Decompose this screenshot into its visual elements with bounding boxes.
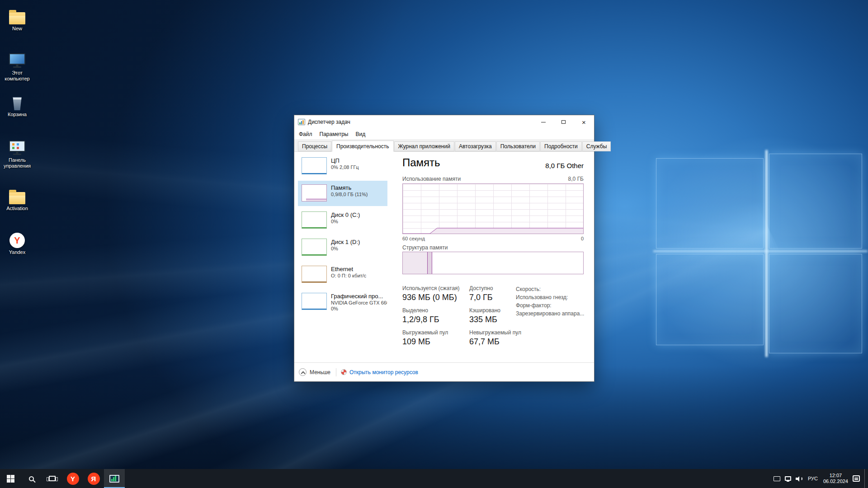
memory-usage-graph xyxy=(402,183,584,234)
memory-total: 8,0 ГБ Other xyxy=(545,162,584,169)
performance-content: ЦП 0% 2,08 ГГц Память 0,9/8,0 ГБ (11%) Д… xyxy=(294,152,594,362)
composition-segment-modified xyxy=(427,252,432,274)
available-stat: Доступно 7,0 ГБ xyxy=(469,285,516,302)
minimize-button[interactable] xyxy=(533,115,553,129)
control-panel-icon xyxy=(9,141,25,152)
yandex-icon: Y xyxy=(9,233,25,248)
network-icon[interactable] xyxy=(785,476,791,481)
graph-timespan: 60 секунд xyxy=(402,236,425,241)
windows-logo xyxy=(656,154,864,357)
cached-stat: Кэшировано 335 МБ xyxy=(469,307,516,324)
window-titlebar[interactable]: Диспетчер задач × xyxy=(294,115,594,129)
desktop-icon-label: Корзина xyxy=(8,112,27,117)
folder-icon xyxy=(9,12,25,24)
desktop-icon-label: Панель управления xyxy=(1,157,33,169)
tab-processes[interactable]: Процессы xyxy=(298,141,331,151)
touch-keyboard-icon[interactable] xyxy=(774,476,780,481)
paged-pool-stat: Выгружаемый пул 109 МБ xyxy=(402,329,469,347)
sidebar-item-gpu[interactable]: Графический про... NVIDIA GeForce GTX 66… xyxy=(298,289,387,321)
sidebar-item-disk1[interactable]: Диск 1 (D:) 0% xyxy=(298,235,387,260)
graph-zero: 0 xyxy=(581,236,584,241)
usage-graph-label: Использование памяти xyxy=(402,176,461,182)
window-footer: Меньше Открыть монитор ресурсов xyxy=(294,362,594,381)
search-button[interactable] xyxy=(21,469,42,488)
cpu-graph-thumbnail xyxy=(302,157,327,174)
memory-panel: Память 8,0 ГБ Other Использование памяти… xyxy=(402,152,584,362)
desktop-icon-yandex[interactable]: Y Yandex xyxy=(1,230,33,255)
resource-monitor-icon xyxy=(341,369,347,375)
tab-app-history[interactable]: Журнал приложений xyxy=(394,141,454,151)
show-desktop-button[interactable] xyxy=(864,469,867,488)
start-button[interactable] xyxy=(0,469,21,488)
search-icon xyxy=(29,476,34,481)
volume-icon[interactable] xyxy=(796,476,802,482)
sidebar-item-cpu[interactable]: ЦП 0% 2,08 ГГц xyxy=(298,154,387,179)
action-center-icon[interactable] xyxy=(853,475,860,482)
clock-date: 06.02.2024 xyxy=(823,479,848,484)
taskbar-app-yandex-start[interactable]: Я xyxy=(83,469,104,488)
yandex-start-icon: Я xyxy=(88,473,100,485)
usage-graph-max: 8,0 ГБ xyxy=(568,176,584,182)
task-manager-app-icon xyxy=(298,119,305,125)
close-icon: × xyxy=(582,119,586,126)
recycle-bin-icon xyxy=(12,97,23,110)
composition-label: Структура памяти xyxy=(402,244,448,251)
close-button[interactable]: × xyxy=(574,115,594,129)
performance-sidebar: ЦП 0% 2,08 ГГц Память 0,9/8,0 ГБ (11%) Д… xyxy=(294,152,393,362)
less-button[interactable]: Меньше xyxy=(299,368,330,376)
window-title: Диспетчер задач xyxy=(308,119,350,125)
open-resource-monitor-link[interactable]: Открыть монитор ресурсов xyxy=(341,369,418,375)
composition-segment-in-use xyxy=(403,252,427,274)
memory-composition-bar xyxy=(402,252,584,274)
hardware-info-labels: Скорость: Использовано гнезд: Форм-факто… xyxy=(516,285,584,318)
chevron-up-icon xyxy=(299,368,307,376)
tab-strip: Процессы Производительность Журнал прило… xyxy=(294,139,594,152)
tab-startup[interactable]: Автозагрузка xyxy=(455,141,496,151)
desktop-icon-recycle-bin[interactable]: Корзина xyxy=(1,92,33,117)
ethernet-graph-thumbnail xyxy=(302,266,327,283)
taskbar-app-task-manager[interactable] xyxy=(104,469,125,488)
disk0-graph-thumbnail xyxy=(302,211,327,229)
desktop-icon-control-panel[interactable]: Панель управления xyxy=(1,138,33,169)
tab-details[interactable]: Подробности xyxy=(540,141,582,151)
desktop-icon-label: New xyxy=(12,26,22,32)
menu-file[interactable]: Файл xyxy=(295,130,316,139)
menu-view[interactable]: Вид xyxy=(352,130,369,139)
taskbar-clock[interactable]: 12:07 06.02.2024 xyxy=(823,473,848,484)
gpu-graph-thumbnail xyxy=(302,293,327,310)
tab-performance[interactable]: Производительность xyxy=(332,141,393,152)
panel-title: Память xyxy=(402,156,440,169)
desktop-icon-label: Yandex xyxy=(9,249,26,255)
desktop-icon-this-pc[interactable]: Этот компьютер xyxy=(1,51,33,82)
system-tray: РУС 12:07 06.02.2024 xyxy=(774,469,868,488)
non-paged-pool-stat: Невыгружаемый пул 67,7 МБ xyxy=(469,329,516,347)
desktop-icon-label: Activation xyxy=(6,206,28,211)
computer-icon xyxy=(9,53,25,65)
language-indicator[interactable]: РУС xyxy=(807,476,819,481)
composition-segment-free xyxy=(432,252,583,274)
maximize-button[interactable] xyxy=(553,115,574,129)
maximize-icon xyxy=(561,120,566,124)
minimize-icon xyxy=(541,122,546,122)
tab-users[interactable]: Пользователи xyxy=(496,141,540,151)
tab-services[interactable]: Службы xyxy=(582,141,611,151)
memory-stats: Используется (сжатая) 936 МБ (0 МБ) Дост… xyxy=(402,285,516,347)
committed-stat: Выделено 1,2/9,8 ГБ xyxy=(402,307,469,324)
desktop-icon-activation[interactable]: Activation xyxy=(1,186,33,211)
sidebar-item-memory[interactable]: Память 0,9/8,0 ГБ (11%) xyxy=(298,181,387,206)
taskbar-app-yandex-browser[interactable]: Y xyxy=(62,469,83,488)
task-manager-window: Диспетчер задач × Файл Параметры Вид Про… xyxy=(294,115,594,381)
desktop-icon-label: Этот компьютер xyxy=(1,70,33,82)
sidebar-item-ethernet[interactable]: Ethernet О: 0 П: 0 кбит/с xyxy=(298,262,387,287)
menu-options[interactable]: Параметры xyxy=(316,130,352,139)
yandex-browser-icon: Y xyxy=(67,473,79,485)
task-view-button[interactable] xyxy=(42,469,62,488)
desktop-icon-new[interactable]: New xyxy=(1,6,33,32)
memory-in-use-stat: Используется (сжатая) 936 МБ (0 МБ) xyxy=(402,285,469,302)
menu-bar: Файл Параметры Вид xyxy=(294,129,594,139)
task-manager-icon xyxy=(109,475,119,483)
sidebar-item-disk0[interactable]: Диск 0 (C:) 0% xyxy=(298,208,387,233)
folder-icon xyxy=(9,192,25,204)
footer-separator xyxy=(336,368,336,376)
taskbar: Y Я РУС 12:07 06.02.2024 xyxy=(0,469,868,488)
